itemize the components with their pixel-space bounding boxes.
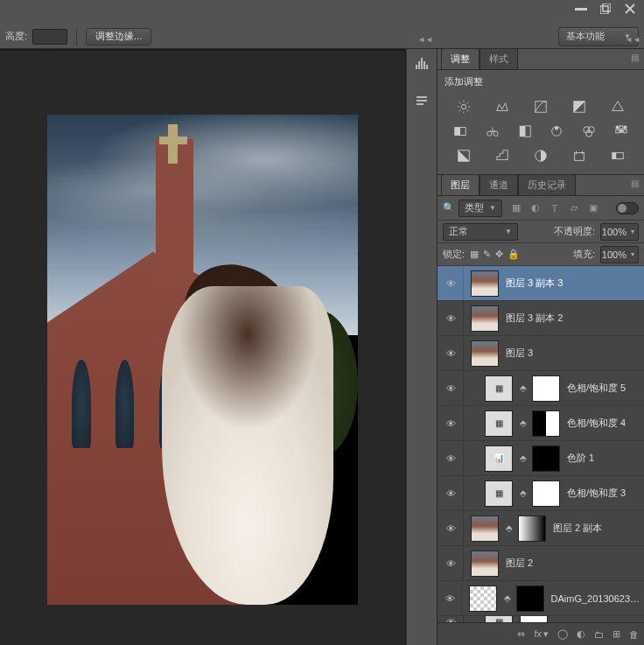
bw-icon[interactable] <box>515 123 535 140</box>
svg-rect-23 <box>455 128 460 136</box>
canvas-area[interactable] <box>0 49 406 645</box>
layer-row[interactable]: 👁图层 3 副本 2 <box>438 301 644 336</box>
color-lookup-icon[interactable] <box>612 123 631 140</box>
layer-thumb[interactable] <box>471 270 499 297</box>
layer-mask-thumb[interactable] <box>520 616 548 622</box>
filter-toggle[interactable] <box>616 202 639 214</box>
vibrance-icon[interactable] <box>608 98 627 116</box>
filter-shape-icon[interactable]: ▱ <box>567 201 581 215</box>
lock-transparency-icon[interactable]: ▦ <box>470 249 479 260</box>
visibility-eye-icon[interactable]: 👁 <box>439 582 462 615</box>
opacity-input[interactable]: 100%▾ <box>600 223 639 241</box>
layer-row[interactable]: 👁⬘DAimG_2013062300... <box>438 581 644 616</box>
layer-thumb[interactable] <box>471 515 499 542</box>
layer-row[interactable]: 👁图层 2 <box>438 546 644 581</box>
layer-mask-thumb[interactable] <box>532 410 560 437</box>
layer-row[interactable]: 👁⬘图层 2 副本 <box>438 511 644 546</box>
visibility-eye-icon[interactable]: 👁 <box>439 512 464 545</box>
link-mask-icon[interactable]: ⬘ <box>520 418 528 428</box>
visibility-eye-icon[interactable]: 👁 <box>439 442 464 475</box>
layer-thumb[interactable]: ▦ <box>485 375 513 402</box>
link-mask-icon[interactable]: ⬘ <box>520 453 528 463</box>
lock-pixels-icon[interactable]: ✎ <box>483 249 491 260</box>
threshold-icon[interactable] <box>531 147 550 165</box>
layer-row[interactable]: 👁▦⬘色相/饱和度 5 <box>438 371 644 406</box>
filter-smart-icon[interactable]: ▣ <box>586 201 600 215</box>
tab-adjustments[interactable]: 调整 <box>441 48 480 69</box>
new-adjustment-icon[interactable]: ◐ <box>577 628 585 640</box>
fill-input[interactable]: 100%▾ <box>600 246 639 263</box>
levels-icon[interactable] <box>493 98 512 116</box>
layer-thumb[interactable] <box>469 585 497 612</box>
filter-pixel-icon[interactable]: ▦ <box>509 201 523 215</box>
visibility-eye-icon[interactable]: 👁 <box>439 302 464 335</box>
link-mask-icon[interactable]: ⬘ <box>504 593 512 603</box>
gradient-map-icon[interactable] <box>608 147 627 165</box>
posterize-icon[interactable] <box>493 147 512 165</box>
layer-mask-thumb[interactable] <box>532 445 560 472</box>
refine-edge-button[interactable]: 调整边缘... <box>86 28 151 46</box>
link-layers-icon[interactable]: ⇔ <box>517 628 525 640</box>
layer-thumb[interactable]: ▦ <box>485 480 513 507</box>
lock-all-icon[interactable]: 🔒 <box>508 249 520 260</box>
layer-row[interactable]: 👁▦⬘色相/饱和度 3 <box>438 476 644 511</box>
visibility-eye-icon[interactable]: 👁 <box>439 547 464 580</box>
selective-color-icon[interactable] <box>570 147 589 165</box>
visibility-eye-icon[interactable]: 👁 <box>439 616 464 622</box>
maximize-button[interactable] <box>593 0 618 18</box>
visibility-eye-icon[interactable]: 👁 <box>439 267 464 300</box>
link-mask-icon[interactable]: ⬘ <box>520 488 528 498</box>
layer-row[interactable]: 👁📊⬘色阶 1 <box>438 441 644 476</box>
curves-icon[interactable] <box>531 98 550 116</box>
paragraph-panel-icon[interactable] <box>410 91 434 112</box>
tab-channels[interactable]: 通道 <box>480 174 518 195</box>
link-mask-icon[interactable]: ⬘ <box>520 383 528 393</box>
new-layer-icon[interactable]: ⊞ <box>612 628 620 640</box>
channel-mixer-icon[interactable] <box>579 123 598 140</box>
layer-mask-thumb[interactable] <box>518 515 546 542</box>
delete-layer-icon[interactable]: 🗑 <box>629 629 639 640</box>
close-button[interactable] <box>618 0 642 18</box>
lock-position-icon[interactable]: ✥ <box>495 249 503 260</box>
fx-button[interactable]: fx▾ <box>534 628 549 640</box>
svg-rect-37 <box>623 126 626 130</box>
visibility-eye-icon[interactable]: 👁 <box>439 337 464 370</box>
layer-thumb[interactable]: ▦ <box>485 410 513 437</box>
brightness-icon[interactable] <box>454 98 473 116</box>
tab-layers[interactable]: 图层 <box>441 174 480 195</box>
hue-sat-icon[interactable] <box>451 123 470 140</box>
visibility-eye-icon[interactable]: 👁 <box>439 407 464 440</box>
layer-row[interactable]: 👁图层 3 <box>438 336 644 371</box>
filter-type-icon[interactable]: T <box>548 201 562 215</box>
tab-styles[interactable]: 样式 <box>480 48 518 69</box>
layer-mask-thumb[interactable] <box>532 375 560 402</box>
layer-thumb[interactable] <box>471 550 499 577</box>
layer-row[interactable]: 👁▦⬘色相/饱和度 4 <box>438 406 644 441</box>
color-balance-icon[interactable] <box>483 123 502 140</box>
visibility-eye-icon[interactable]: 👁 <box>439 372 464 405</box>
blend-mode-dropdown[interactable]: 正常▼ <box>443 223 518 241</box>
filter-kind-dropdown[interactable]: 类型▼ <box>458 200 502 217</box>
histogram-panel-icon[interactable] <box>410 53 434 74</box>
visibility-eye-icon[interactable]: 👁 <box>439 477 464 510</box>
height-input[interactable] <box>32 29 67 45</box>
minimize-button[interactable] <box>569 0 593 18</box>
add-mask-icon[interactable]: ◯ <box>557 628 568 640</box>
photo-filter-icon[interactable] <box>547 123 566 140</box>
layer-list[interactable]: 👁图层 3 副本 3👁图层 3 副本 2👁图层 3👁▦⬘色相/饱和度 5👁▦⬘色… <box>438 266 644 622</box>
svg-rect-35 <box>615 126 619 130</box>
layer-mask-thumb[interactable] <box>516 585 544 612</box>
layer-thumb[interactable] <box>471 305 499 332</box>
layer-thumb[interactable]: 📊 <box>485 445 513 472</box>
invert-icon[interactable] <box>454 147 473 165</box>
tab-history[interactable]: 历史记录 <box>518 174 576 195</box>
svg-point-11 <box>461 104 466 109</box>
layer-thumb[interactable]: ▦ <box>485 616 513 622</box>
exposure-icon[interactable] <box>570 98 589 116</box>
link-mask-icon[interactable]: ⬘ <box>506 523 514 533</box>
filter-adjust-icon[interactable]: ◐ <box>528 201 542 215</box>
layer-row[interactable]: 👁图层 3 副本 3 <box>438 266 644 301</box>
new-group-icon[interactable]: 🗀 <box>594 629 604 640</box>
layer-thumb[interactable] <box>471 340 499 367</box>
layer-mask-thumb[interactable] <box>532 480 560 507</box>
